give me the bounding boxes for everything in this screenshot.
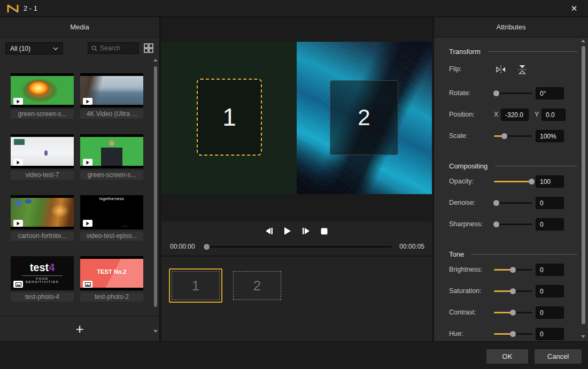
cancel-button[interactable]: Cancel bbox=[535, 349, 582, 364]
media-item-label: 4K Video (Ultra ... bbox=[80, 110, 143, 119]
rotate-slider-knob[interactable] bbox=[493, 90, 499, 96]
ok-button[interactable]: OK bbox=[486, 349, 528, 364]
scroll-up-icon[interactable] bbox=[581, 40, 585, 42]
media-item-cartoon-fortnite[interactable]: cartoon-fortnite... bbox=[11, 195, 74, 241]
clip-slots-panel: 1 2 bbox=[161, 256, 432, 341]
play-badge-icon bbox=[13, 98, 23, 105]
denoise-slider[interactable] bbox=[494, 202, 532, 204]
opacity-row: Opacity: bbox=[449, 175, 577, 188]
scroll-up-icon[interactable] bbox=[153, 59, 158, 62]
title-bar: 2 - 1 ✕ bbox=[0, 0, 588, 17]
duration-time: 00:00:05 bbox=[399, 243, 424, 250]
attributes-scrollbar[interactable] bbox=[581, 40, 586, 338]
current-time: 00:00:00 bbox=[170, 243, 195, 250]
clip-slot-2[interactable]: 2 bbox=[230, 268, 284, 303]
hue-value-field[interactable] bbox=[536, 328, 564, 340]
next-frame-button[interactable] bbox=[300, 226, 311, 236]
media-item-test-photo-4[interactable]: test4 FOOD SENSITIVITIES test-photo-4 bbox=[11, 256, 74, 302]
search-input[interactable] bbox=[100, 44, 135, 52]
seek-slider-knob[interactable] bbox=[204, 244, 210, 250]
thumb-title-text: test bbox=[30, 262, 49, 273]
stop-button[interactable] bbox=[319, 226, 329, 236]
opacity-label: Opacity: bbox=[449, 178, 474, 185]
media-item-video-test-7[interactable]: video-test-7 bbox=[11, 134, 74, 180]
previous-frame-button[interactable] bbox=[264, 226, 275, 236]
sharpness-slider[interactable] bbox=[494, 224, 532, 225]
overlay-2-number: 2 bbox=[358, 105, 370, 130]
position-y-label: Y bbox=[535, 111, 539, 118]
media-item-video-test-episode[interactable]: togetherness HBO video-test-episo... bbox=[80, 195, 143, 241]
photo-badge-icon bbox=[83, 281, 92, 288]
flip-vertical-button[interactable] bbox=[515, 63, 529, 76]
opacity-slider[interactable] bbox=[494, 181, 532, 182]
flip-vertical-icon bbox=[517, 64, 528, 75]
media-item-4k-video[interactable]: 4K Video (Ultra ... bbox=[80, 73, 143, 119]
scroll-down-icon[interactable] bbox=[581, 335, 585, 338]
brightness-slider-knob[interactable] bbox=[510, 267, 516, 273]
sharpness-row: Sharpness: bbox=[449, 218, 577, 231]
transform-section-title: Transform bbox=[449, 45, 577, 58]
photo-badge-icon bbox=[13, 281, 23, 288]
scale-value-field[interactable] bbox=[536, 130, 564, 142]
media-filter-dropdown[interactable]: All (10) bbox=[5, 42, 63, 55]
flip-horizontal-button[interactable] bbox=[494, 63, 508, 76]
position-x-label: X bbox=[494, 111, 498, 118]
sharpness-slider-knob[interactable] bbox=[493, 221, 499, 227]
saturation-slider[interactable] bbox=[494, 290, 532, 292]
denoise-slider-knob[interactable] bbox=[493, 200, 499, 206]
close-icon[interactable]: ✕ bbox=[568, 3, 581, 14]
video-thumbnail bbox=[80, 134, 143, 168]
brightness-value-field[interactable] bbox=[536, 264, 564, 276]
preview-overlay-2[interactable]: 2 bbox=[330, 80, 398, 155]
position-y-field[interactable] bbox=[541, 109, 566, 121]
media-scrollbar-thumb[interactable] bbox=[154, 66, 157, 307]
grid-view-button[interactable] bbox=[143, 42, 154, 54]
denoise-value-field[interactable] bbox=[536, 197, 564, 209]
photo-thumbnail: TEST No.2 bbox=[80, 256, 143, 290]
add-media-button[interactable]: + bbox=[0, 316, 159, 341]
playback-controls-panel: 00:00:00 00:00:05 bbox=[161, 221, 432, 255]
media-filter-row: All (10) bbox=[0, 37, 159, 60]
rotate-slider[interactable] bbox=[494, 93, 532, 94]
video-thumbnail bbox=[11, 73, 74, 107]
media-scrollbar[interactable] bbox=[153, 59, 158, 333]
next-frame-icon bbox=[302, 227, 310, 235]
seek-slider[interactable] bbox=[203, 246, 392, 248]
opacity-value-field[interactable] bbox=[536, 175, 564, 188]
hue-slider[interactable] bbox=[494, 333, 532, 335]
play-icon bbox=[283, 227, 292, 235]
sharpness-value-field[interactable] bbox=[536, 218, 564, 230]
media-item-test-photo-2[interactable]: TEST No.2 test-photo-2 bbox=[80, 256, 143, 302]
media-item-label: test-photo-4 bbox=[11, 293, 74, 302]
scale-slider-knob[interactable] bbox=[501, 133, 507, 139]
saturation-value-field[interactable] bbox=[536, 285, 564, 297]
video-thumbnail: togetherness HBO bbox=[80, 195, 143, 229]
position-x-field[interactable] bbox=[501, 109, 529, 121]
scale-row: Scale: bbox=[449, 130, 577, 143]
thumb-accent-text: 4 bbox=[49, 262, 55, 273]
contrast-slider-knob[interactable] bbox=[510, 310, 516, 316]
preview-overlay-1[interactable]: 1 bbox=[197, 79, 262, 156]
attributes-scrollbar-thumb[interactable] bbox=[582, 46, 585, 324]
opacity-slider-knob[interactable] bbox=[529, 179, 535, 184]
brightness-slider[interactable] bbox=[494, 269, 532, 271]
attributes-body: Transform Flip: bbox=[434, 37, 588, 341]
poster-title-text: togetherness bbox=[93, 197, 130, 201]
position-row: Position: X Y bbox=[449, 109, 577, 121]
media-item-green-screen-explosion[interactable]: green-screen-s... bbox=[11, 73, 74, 119]
play-button[interactable] bbox=[282, 226, 293, 236]
contrast-value-field[interactable] bbox=[536, 306, 564, 319]
contrast-slider[interactable] bbox=[494, 312, 532, 313]
search-box[interactable] bbox=[88, 42, 139, 54]
hue-slider-knob[interactable] bbox=[510, 331, 516, 337]
denoise-label: Denoise: bbox=[449, 199, 475, 206]
clip-slot-1[interactable]: 1 bbox=[169, 268, 222, 303]
saturation-slider-knob[interactable] bbox=[510, 288, 516, 294]
video-thumbnail bbox=[80, 73, 143, 107]
rotate-row: Rotate: bbox=[449, 87, 577, 100]
media-item-green-screen-presenter[interactable]: green-screen-s... bbox=[80, 134, 143, 180]
scale-slider[interactable] bbox=[494, 135, 532, 137]
saturation-row: Saturation: bbox=[449, 285, 577, 298]
rotate-value-field[interactable] bbox=[536, 87, 564, 99]
preview-column: 1 2 bbox=[161, 17, 432, 341]
